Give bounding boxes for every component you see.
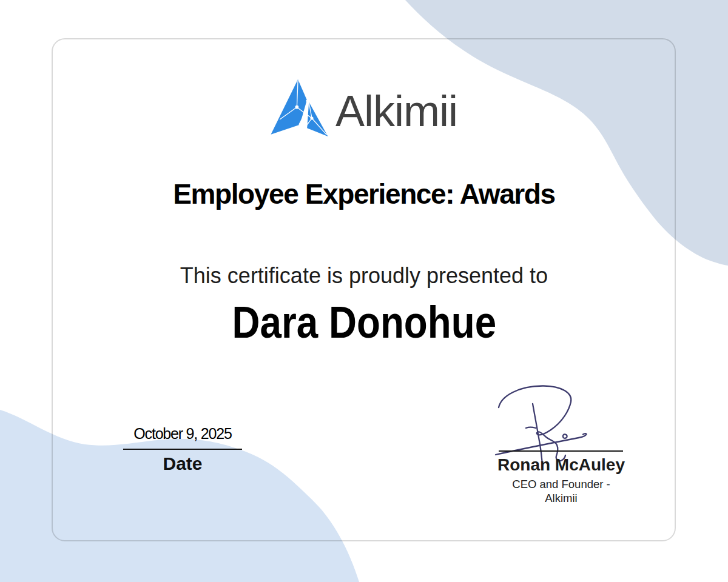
- alkimii-logo: Alkimii: [0, 78, 728, 136]
- signature-line: [499, 450, 623, 452]
- date-block: October 9, 2025 Date: [123, 421, 242, 482]
- signatory-name: Ronan McAuley: [467, 455, 655, 475]
- certificate-content: Alkimii Employee Experience: Awards This…: [0, 0, 728, 582]
- date-value: October 9, 2025: [99, 425, 266, 443]
- logo-brand-text: Alkimii: [335, 89, 457, 133]
- signatory-role: CEO and Founder - Alkimii: [479, 478, 643, 505]
- date-label: Date: [123, 453, 242, 474]
- signature-block: Ronan McAuley CEO and Founder - Alkimii: [479, 371, 643, 513]
- date-line: [123, 449, 242, 450]
- alkimii-logo-icon: [271, 79, 328, 136]
- recipient-name: Dara Donohue: [0, 296, 728, 348]
- certificate-title: Employee Experience: Awards: [0, 178, 728, 210]
- presentation-line: This certificate is proudly presented to: [0, 263, 728, 289]
